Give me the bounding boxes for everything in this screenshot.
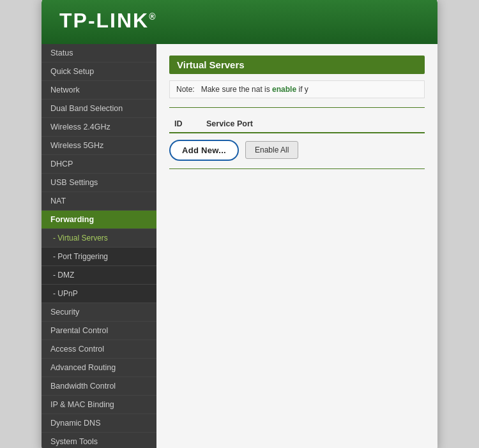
- sidebar-item-dmz[interactable]: - DMZ: [42, 266, 156, 285]
- sidebar-item-virtual-servers[interactable]: - Virtual Servers: [42, 229, 156, 248]
- sidebar-item-parental-control[interactable]: Parental Control: [42, 322, 156, 340]
- sidebar-item-dhcp[interactable]: DHCP: [42, 155, 156, 174]
- table-header: ID Service Port: [169, 116, 425, 133]
- sidebar-item-forwarding[interactable]: Forwarding: [42, 211, 156, 229]
- sidebar-item-network[interactable]: Network: [42, 81, 156, 100]
- note-bar: Note: Make sure the nat is enable if y: [169, 80, 425, 98]
- enable-all-button[interactable]: Enable All: [245, 141, 298, 159]
- sidebar-item-nat[interactable]: NAT: [42, 192, 156, 211]
- note-prefix: Note:: [176, 85, 195, 94]
- sidebar-item-security[interactable]: Security: [42, 303, 156, 322]
- sidebar-item-bandwidth-control[interactable]: Bandwidth Control: [42, 377, 156, 396]
- sidebar-item-advanced-routing[interactable]: Advanced Routing: [42, 359, 156, 377]
- sidebar: StatusQuick SetupNetworkDual Band Select…: [42, 44, 156, 449]
- col-service-label: Service Port: [206, 119, 420, 128]
- note-body: Make sure the nat is: [201, 85, 270, 94]
- sidebar-item-ip-mac-binding[interactable]: IP & MAC Binding: [42, 396, 156, 414]
- content-area: StatusQuick SetupNetworkDual Band Select…: [42, 44, 437, 449]
- sidebar-item-system-tools[interactable]: System Tools: [42, 433, 156, 449]
- sidebar-item-wireless-5[interactable]: Wireless 5GHz: [42, 137, 156, 155]
- divider-top: [169, 107, 425, 108]
- divider-bottom: [169, 168, 425, 169]
- note-suffix: if y: [298, 85, 308, 94]
- router-window: TP-LINK® StatusQuick SetupNetworkDual Ba…: [42, 0, 437, 448]
- button-row: Add New... Enable All: [169, 140, 425, 161]
- sidebar-item-upnp[interactable]: - UPnP: [42, 285, 156, 303]
- sidebar-item-port-triggering[interactable]: - Port Triggering: [42, 248, 156, 266]
- sidebar-item-status[interactable]: Status: [42, 44, 156, 63]
- page-title: Virtual Servers: [169, 56, 425, 74]
- logo-sup: ®: [149, 11, 156, 22]
- sidebar-item-wireless-24[interactable]: Wireless 2.4GHz: [42, 118, 156, 137]
- sidebar-item-usb[interactable]: USB Settings: [42, 174, 156, 192]
- main-content: Virtual Servers Note: Make sure the nat …: [156, 44, 437, 449]
- note-enable: enable: [272, 85, 296, 94]
- sidebar-item-quick-setup[interactable]: Quick Setup: [42, 63, 156, 81]
- sidebar-item-access-control[interactable]: Access Control: [42, 340, 156, 359]
- header: TP-LINK®: [42, 0, 437, 44]
- col-id-label: ID: [174, 119, 206, 128]
- sidebar-item-dual-band[interactable]: Dual Band Selection: [42, 100, 156, 118]
- logo: TP-LINK®: [59, 9, 420, 33]
- logo-text: TP-LINK: [59, 9, 149, 32]
- sidebar-item-dynamic-dns[interactable]: Dynamic DNS: [42, 414, 156, 433]
- add-new-button[interactable]: Add New...: [169, 140, 239, 161]
